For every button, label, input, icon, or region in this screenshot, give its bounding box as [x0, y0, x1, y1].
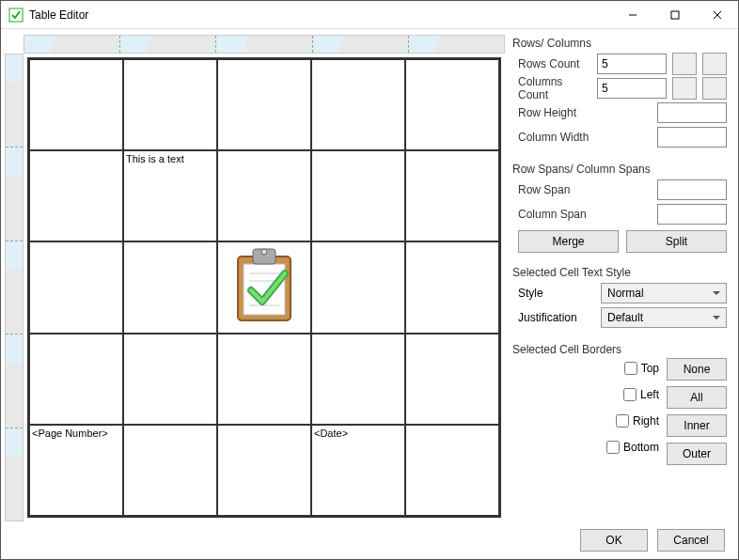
table-cell[interactable]: <Date>: [311, 425, 405, 516]
border-bottom-label: Bottom: [623, 441, 659, 454]
close-button[interactable]: [696, 1, 738, 28]
table-cell[interactable]: [405, 334, 499, 425]
table-cell[interactable]: [123, 334, 217, 425]
split-button[interactable]: Split: [626, 230, 727, 253]
table-cell[interactable]: [311, 150, 405, 241]
table-cell[interactable]: [405, 241, 499, 333]
table-cell[interactable]: [29, 59, 123, 150]
columns-count-label: Columns Count: [518, 75, 591, 101]
remove-column-button[interactable]: [702, 77, 727, 100]
row-height-label: Row Height: [518, 106, 652, 119]
table-cell[interactable]: [29, 241, 123, 333]
border-left-label: Left: [640, 388, 659, 401]
table-cell[interactable]: [405, 425, 499, 516]
rows-columns-title: Rows/ Columns: [512, 37, 727, 50]
horizontal-ruler: [24, 35, 505, 54]
minimize-button[interactable]: [611, 1, 653, 28]
table-cell[interactable]: [311, 334, 405, 425]
borders-all-button[interactable]: All: [667, 386, 727, 409]
table-cell[interactable]: [311, 241, 405, 333]
rows-count-input[interactable]: [597, 54, 667, 74]
table-grid[interactable]: This is a text: [27, 57, 501, 518]
borders-outer-button[interactable]: Outer: [667, 443, 727, 465]
column-width-label: Column Width: [518, 131, 652, 144]
rows-count-label: Rows Count: [518, 57, 591, 70]
ok-button[interactable]: OK: [580, 529, 648, 552]
title-bar: Table Editor: [1, 1, 738, 29]
table-cell[interactable]: [123, 241, 217, 333]
borders-none-button[interactable]: None: [667, 358, 727, 381]
columns-count-input[interactable]: [597, 78, 667, 99]
justification-label: Justification: [518, 311, 593, 324]
add-column-button[interactable]: [672, 77, 697, 100]
add-row-button[interactable]: [672, 53, 697, 75]
column-span-input[interactable]: [657, 204, 727, 225]
row-span-label: Row Span: [518, 183, 652, 196]
border-right-label: Right: [633, 414, 659, 428]
window-title: Table Editor: [29, 8, 611, 22]
vertical-ruler: [5, 54, 24, 521]
borders-inner-button[interactable]: Inner: [667, 414, 727, 437]
remove-row-button[interactable]: [702, 53, 727, 75]
app-icon: [8, 8, 24, 23]
table-cell[interactable]: [29, 150, 123, 241]
border-bottom-checkbox[interactable]: Bottom: [606, 437, 659, 458]
table-cell[interactable]: <Page Number>: [29, 425, 123, 516]
column-width-input[interactable]: [657, 127, 727, 148]
style-dropdown[interactable]: Normal: [601, 283, 727, 303]
text-style-title: Selected Cell Text Style: [512, 266, 727, 279]
justification-value: Default: [607, 311, 643, 324]
merge-button[interactable]: Merge: [518, 230, 619, 253]
table-cell[interactable]: [311, 59, 405, 150]
justification-dropdown[interactable]: Default: [601, 307, 727, 328]
table-cell[interactable]: [29, 334, 123, 425]
maximize-button[interactable]: [653, 1, 696, 28]
table-cell[interactable]: [123, 425, 217, 516]
cancel-button[interactable]: Cancel: [657, 529, 725, 552]
table-cell[interactable]: [217, 150, 311, 241]
table-cell[interactable]: [123, 59, 217, 150]
style-label: Style: [518, 287, 593, 300]
table-cell[interactable]: [217, 59, 311, 150]
border-right-checkbox[interactable]: Right: [616, 411, 659, 431]
row-height-input[interactable]: [657, 102, 727, 123]
table-cell[interactable]: [217, 241, 311, 333]
svg-rect-2: [671, 11, 679, 19]
border-top-checkbox[interactable]: Top: [624, 358, 659, 379]
table-cell[interactable]: [405, 59, 499, 150]
row-span-input[interactable]: [657, 179, 727, 200]
properties-panel: Rows/ Columns Rows Count Columns Count R…: [509, 35, 734, 521]
clipboard-check-icon: [228, 245, 300, 329]
borders-title: Selected Cell Borders: [512, 343, 727, 356]
table-cell[interactable]: [217, 425, 311, 516]
style-value: Normal: [607, 287, 644, 300]
dialog-footer: OK Cancel: [1, 521, 738, 559]
border-top-label: Top: [641, 362, 659, 375]
border-left-checkbox[interactable]: Left: [623, 384, 659, 405]
table-preview[interactable]: This is a text: [5, 35, 505, 521]
column-span-label: Column Span: [518, 208, 652, 221]
table-cell[interactable]: [405, 150, 499, 241]
table-cell[interactable]: [217, 334, 311, 425]
svg-point-8: [261, 249, 267, 255]
table-cell[interactable]: This is a text: [123, 150, 217, 241]
spans-title: Row Spans/ Column Spans: [512, 163, 727, 176]
